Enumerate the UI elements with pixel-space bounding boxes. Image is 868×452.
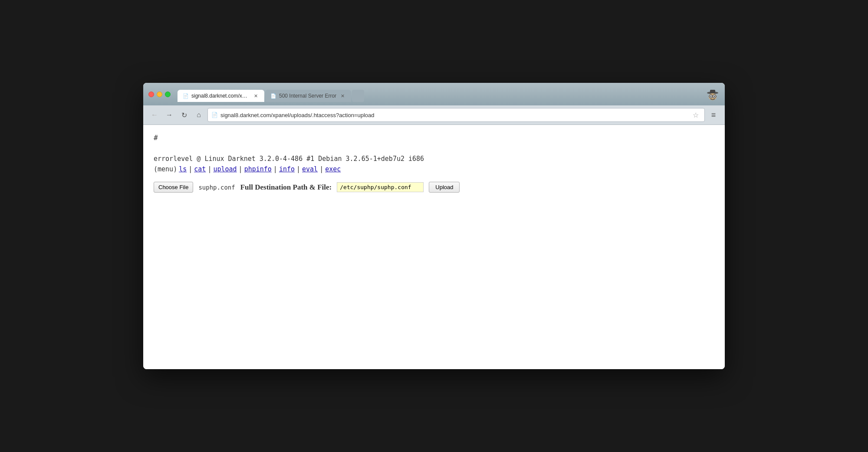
page-type-icon: 📄 xyxy=(211,112,218,118)
tab-error[interactable]: 📄 500 Internal Server Error ✕ xyxy=(265,90,351,102)
destination-input[interactable] xyxy=(337,182,424,192)
close-button[interactable] xyxy=(148,92,154,97)
traffic-lights xyxy=(148,92,171,101)
browser-spy-icon xyxy=(706,88,720,102)
separator-5: | xyxy=(296,165,300,173)
browser-menu-button[interactable]: ≡ xyxy=(707,109,720,121)
menu-link-upload[interactable]: upload xyxy=(213,165,237,173)
svg-point-7 xyxy=(714,96,715,97)
separator-2: | xyxy=(207,165,211,173)
menu-link-info[interactable]: info xyxy=(279,165,295,173)
tab-label: signal8.darknet.com/xpane xyxy=(191,93,250,99)
page-content: # errorlevel @ Linux Darknet 3.2.0-4-486… xyxy=(143,125,725,369)
tabs-area: 📄 signal8.darknet.com/xpane ✕ 📄 500 Inte… xyxy=(178,90,702,102)
minimize-button[interactable] xyxy=(157,92,162,97)
menu-link-exec[interactable]: exec xyxy=(325,165,341,173)
error-line: errorlevel @ Linux Darknet 3.2.0-4-486 #… xyxy=(154,155,714,163)
tab-xpanel[interactable]: 📄 signal8.darknet.com/xpane ✕ xyxy=(178,90,264,102)
tab-close-button[interactable]: ✕ xyxy=(252,92,259,99)
toolbar: ← → ↻ ⌂ 📄 ☆ ≡ xyxy=(143,105,725,125)
menu-link-cat[interactable]: cat xyxy=(194,165,206,173)
address-bar[interactable] xyxy=(220,112,688,118)
destination-label: Full Destination Path & File: xyxy=(240,183,332,192)
new-tab-button[interactable] xyxy=(352,90,364,102)
tab-close-button-2[interactable]: ✕ xyxy=(339,92,346,99)
menu-link-eval[interactable]: eval xyxy=(302,165,318,173)
separator-1: | xyxy=(188,165,192,173)
svg-rect-1 xyxy=(710,90,715,93)
forward-button[interactable]: → xyxy=(163,109,175,121)
separator-4: | xyxy=(273,165,277,173)
upload-button[interactable]: Upload xyxy=(429,182,460,193)
separator-3: | xyxy=(239,165,243,173)
menu-prefix: (menu) xyxy=(154,165,177,173)
maximize-button[interactable] xyxy=(165,92,171,97)
tab-page-icon-2: 📄 xyxy=(270,93,276,99)
menu-line: (menu) ls | cat | upload | phpinfo | inf… xyxy=(154,165,714,173)
separator-6: | xyxy=(319,165,323,173)
tab-page-icon: 📄 xyxy=(183,93,189,99)
title-bar: 📄 signal8.darknet.com/xpane ✕ 📄 500 Inte… xyxy=(143,83,725,105)
reload-button[interactable]: ↻ xyxy=(178,109,190,121)
menu-link-phpinfo[interactable]: phpinfo xyxy=(244,165,272,173)
browser-window: 📄 signal8.darknet.com/xpane ✕ 📄 500 Inte… xyxy=(143,83,725,369)
svg-point-6 xyxy=(710,96,712,97)
back-button[interactable]: ← xyxy=(148,109,161,121)
hash-symbol: # xyxy=(154,134,714,142)
choose-file-button[interactable]: Choose File xyxy=(154,182,193,193)
address-bar-container: 📄 ☆ xyxy=(207,108,705,122)
file-name-display: suphp.conf xyxy=(198,184,235,191)
bookmark-icon[interactable]: ☆ xyxy=(690,110,701,120)
tab-label-2: 500 Internal Server Error xyxy=(279,93,336,99)
home-button[interactable]: ⌂ xyxy=(193,109,205,121)
upload-form: Choose File suphp.conf Full Destination … xyxy=(154,182,714,193)
menu-link-ls[interactable]: ls xyxy=(179,165,187,173)
